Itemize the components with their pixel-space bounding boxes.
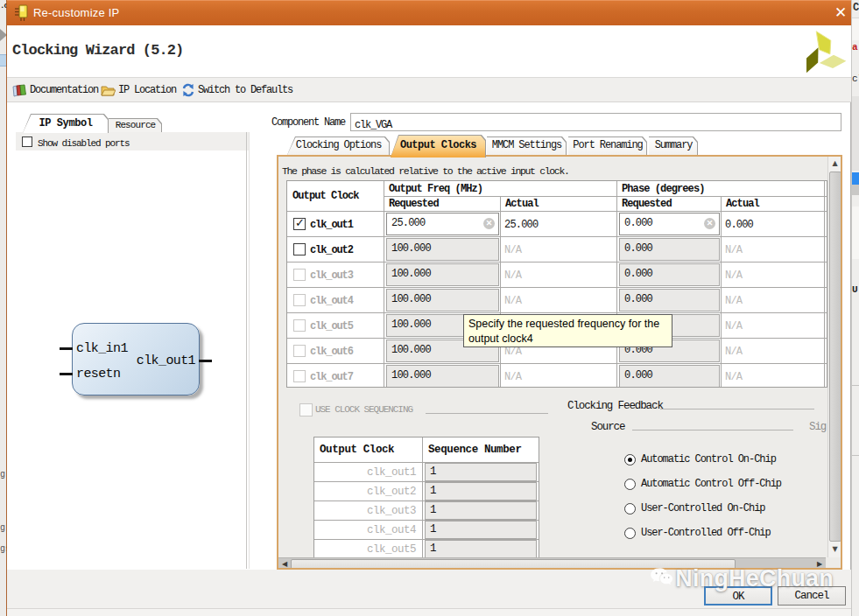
use-clock-sequencing-label: USE CLOCK SEQUENCING	[315, 404, 412, 415]
scroll-up-icon[interactable]: ▲	[828, 157, 841, 170]
phase-requested-input-clk_out1[interactable]: 0.000✕	[619, 213, 720, 235]
component-name-value: clk_VGA	[355, 119, 391, 131]
tab-ip-symbol-label: IP Symbol	[23, 117, 109, 130]
show-disabled-ports-checkbox[interactable]	[22, 136, 32, 147]
clear-icon[interactable]: ✕	[704, 218, 715, 229]
background-bottom-strip	[7, 608, 851, 616]
tab-ip-symbol[interactable]: IP Symbol	[23, 114, 109, 133]
tab-mmcm-settings[interactable]: MMCM Settings	[487, 136, 567, 155]
close-icon[interactable]: ✕	[832, 4, 849, 22]
seq-row-label-clk_out1: clk_out1	[314, 466, 416, 479]
cancel-button[interactable]: Cancel	[778, 586, 846, 606]
cell-value-text: 0.000	[624, 369, 652, 382]
cell-value-text: 0.000	[624, 268, 652, 280]
freq-requested-input-clk_out4[interactable]: 100.000	[386, 289, 499, 312]
phase-requested-input-clk_out2[interactable]: 0.000	[619, 238, 720, 261]
horizontal-scrollbar-thumb[interactable]	[291, 559, 736, 570]
freq-requested-input-clk_out1[interactable]: 25.000✕	[386, 213, 499, 235]
vertical-scrollbar-thumb[interactable]	[829, 172, 841, 542]
vendor-logo-icon	[799, 26, 854, 75]
grid-line	[287, 211, 827, 212]
scroll-left-icon[interactable]: ◀	[278, 558, 291, 570]
radio-automatic-control-on-chip[interactable]: Automatic Control On-Chip	[624, 453, 776, 466]
switch-to-defaults-button[interactable]: Switch to Defaults	[181, 83, 292, 97]
tab-label: Port Renaming	[568, 139, 647, 151]
tab-output-clocks[interactable]: Output Clocks	[391, 135, 486, 158]
background-right-box3	[852, 206, 859, 259]
scroll-down-icon[interactable]: ▼	[828, 542, 841, 556]
seq-value-input-clk_out2[interactable]: 1	[425, 482, 537, 500]
row-checkbox-clk_out5[interactable]	[293, 319, 306, 332]
radio-user-controlled-on-chip[interactable]: User-Controlled On-Chip	[624, 502, 764, 514]
freq-requested-input-clk_out2[interactable]: 100.000	[386, 238, 499, 261]
freq-requested-input-clk_out7[interactable]: 100.000	[386, 365, 499, 388]
subheader-freq-requested: Requested	[389, 198, 439, 210]
use-clock-sequencing-checkbox[interactable]	[299, 403, 313, 416]
signal-label-partial: Sig	[809, 421, 826, 433]
freq-actual-clk_out4: N/A	[504, 295, 521, 307]
background-right-greybar	[852, 185, 859, 195]
cell-value-text: 100.000	[391, 268, 431, 280]
column-header-output-clock: Output Clock	[292, 190, 359, 202]
pin-clk-in1	[60, 347, 73, 350]
grid-line	[287, 312, 827, 313]
vertical-scrollbar[interactable]: ▲ ▼	[827, 157, 841, 557]
radio-label: User-Controlled Off-Chip	[641, 527, 771, 539]
clear-icon[interactable]: ✕	[483, 218, 495, 229]
pin-clk-out1	[199, 360, 212, 362]
row-checkbox-clk_out4[interactable]	[293, 294, 306, 306]
output-clocks-table: Output ClockOutput Freq (MHz)Phase (degr…	[286, 180, 827, 388]
seq-value-input-clk_out5[interactable]: 1	[425, 540, 537, 558]
grid-line	[616, 181, 617, 387]
component-name-input[interactable]	[350, 113, 841, 131]
seq-value-input-clk_out4[interactable]: 1	[425, 521, 537, 539]
phase-actual-clk_out4: N/A	[725, 295, 742, 307]
grid-line	[384, 181, 384, 387]
cell-value-text: 1	[430, 466, 436, 478]
grid-line	[384, 196, 827, 197]
seq-value-input-clk_out1[interactable]: 1	[425, 463, 537, 481]
seq-row-label-clk_out2: clk_out2	[314, 486, 416, 498]
component-name-label: Component Name	[271, 116, 345, 129]
seq-value-input-clk_out3[interactable]: 1	[425, 501, 537, 520]
sequence-table: Output ClockSequence Numberclk_out11clk_…	[313, 437, 539, 559]
row-label-clk_out2: clk_out2	[310, 244, 353, 256]
row-label-clk_out5: clk_out5	[310, 320, 353, 332]
tab-port-renaming[interactable]: Port Renaming	[568, 136, 647, 155]
cell-value-text: 100.000	[391, 369, 431, 382]
documentation-button[interactable]: Documentation	[12, 83, 98, 97]
tab-clocking-options[interactable]: Clocking Options	[287, 136, 390, 155]
radio-user-controlled-off-chip[interactable]: User-Controlled Off-Chip	[624, 527, 771, 539]
seq-header-sequence-number: Sequence Number	[428, 444, 522, 456]
ip-location-button[interactable]: IP Location	[101, 83, 176, 97]
port-label-clk-in1: clk_in1	[76, 341, 128, 356]
source-line	[632, 430, 793, 430]
ip-location-label: IP Location	[118, 84, 176, 96]
background-right-line1	[852, 385, 859, 386]
titlebar-highlight	[7, 0, 851, 1]
row-checkbox-clk_out7[interactable]	[293, 370, 306, 382]
phase-note: The phase is calculated relative to the …	[282, 165, 569, 177]
phase-requested-input-clk_out3[interactable]: 0.000	[619, 263, 720, 286]
row-checkbox-clk_out6[interactable]	[293, 345, 306, 357]
scroll-right-icon[interactable]: ▶	[813, 558, 826, 570]
row-label-clk_out7: clk_out7	[310, 371, 353, 383]
tab-summary[interactable]: Summary	[649, 136, 698, 155]
freq-requested-input-clk_out3[interactable]: 100.000	[386, 263, 499, 286]
cell-value-text: 100.000	[391, 242, 431, 255]
tab-resource[interactable]: Resource	[109, 118, 162, 132]
radio-automatic-control-off-chip[interactable]: Automatic Control Off-Chip	[624, 478, 781, 490]
phase-requested-input-clk_out4[interactable]: 0.000	[619, 289, 720, 312]
phase-requested-input-clk_out7[interactable]: 0.000	[619, 365, 720, 388]
horizontal-scrollbar[interactable]: ◀ ▶	[278, 557, 826, 570]
freq-actual-clk_out6: N/A	[504, 346, 521, 358]
row-checkbox-clk_out1[interactable]: ✓	[293, 218, 306, 230]
cell-value-text: 0.000	[624, 293, 652, 305]
background-right-fragment-c: C	[853, 2, 859, 14]
phase-actual-clk_out6: N/A	[725, 346, 742, 358]
row-checkbox-clk_out2[interactable]	[293, 243, 306, 256]
ok-button[interactable]: OK	[704, 586, 772, 606]
dialog-titlebar[interactable]	[7, 0, 851, 25]
dialog-title: Re-customize IP	[33, 6, 119, 19]
row-checkbox-clk_out3[interactable]	[293, 269, 306, 281]
